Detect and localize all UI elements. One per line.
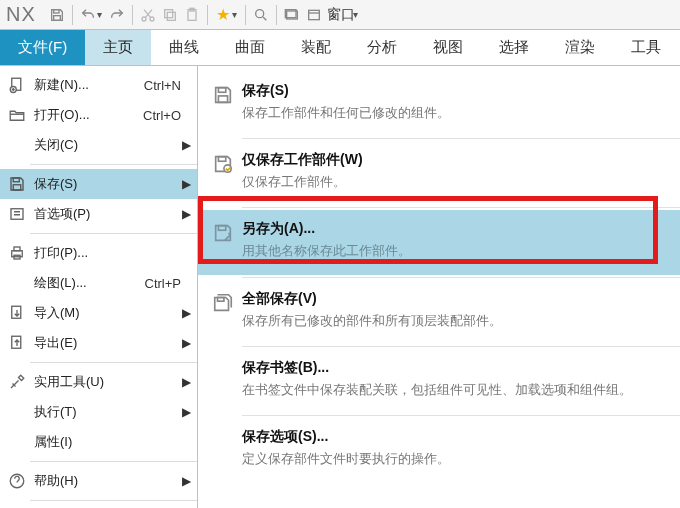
menu-label: 打印(P)... bbox=[34, 244, 88, 262]
new-icon bbox=[6, 74, 28, 96]
svg-rect-29 bbox=[218, 226, 225, 231]
window-label[interactable]: 窗口 bbox=[327, 6, 355, 24]
separator bbox=[30, 500, 197, 501]
favorite-dropdown[interactable]: ▾ bbox=[232, 9, 237, 20]
submenu-save-all[interactable]: 全部保存(V) 保存所有已修改的部件和所有顶层装配部件。 bbox=[198, 280, 680, 344]
favorite-icon[interactable]: ★ bbox=[212, 4, 234, 26]
separator bbox=[207, 5, 208, 25]
arrow-icon: ▶ bbox=[182, 306, 191, 320]
window-dropdown[interactable]: ▾ bbox=[353, 9, 358, 20]
submenu-save[interactable]: 保存(S) 保存工作部件和任何已修改的组件。 bbox=[198, 72, 680, 136]
menu-export[interactable]: 导出(E) ▶ bbox=[0, 328, 197, 358]
menu-close[interactable]: 关闭(C) ▶ bbox=[0, 130, 197, 160]
menu-label: 首选项(P) bbox=[34, 205, 90, 223]
separator bbox=[242, 415, 680, 416]
copy-icon[interactable] bbox=[159, 4, 181, 26]
save-icon[interactable] bbox=[46, 4, 68, 26]
menu-shortcut: Ctrl+O bbox=[143, 108, 189, 123]
arrow-icon: ▶ bbox=[182, 336, 191, 350]
separator bbox=[30, 461, 197, 462]
ribbon-tab-curve[interactable]: 曲线 bbox=[151, 30, 217, 65]
cut-icon[interactable] bbox=[137, 4, 159, 26]
menu-preferences[interactable]: 首选项(P) ▶ bbox=[0, 199, 197, 229]
blank-icon bbox=[208, 359, 238, 399]
menu-help[interactable]: 帮助(H) ▶ bbox=[0, 466, 197, 496]
undo-dropdown[interactable]: ▾ bbox=[97, 9, 102, 20]
paste-icon[interactable] bbox=[181, 4, 203, 26]
separator bbox=[242, 346, 680, 347]
menu-label: 属性(I) bbox=[34, 433, 72, 451]
menu-label: 导入(M) bbox=[34, 304, 80, 322]
arrow-icon: ▶ bbox=[182, 474, 191, 488]
search-icon[interactable] bbox=[250, 4, 272, 26]
arrow-icon: ▶ bbox=[182, 375, 191, 389]
tools-icon bbox=[6, 371, 28, 393]
window-icon-1[interactable] bbox=[281, 4, 303, 26]
menu-plot[interactable]: 绘图(L)... Ctrl+P bbox=[0, 268, 197, 298]
export-icon bbox=[6, 332, 28, 354]
svg-point-8 bbox=[255, 9, 263, 17]
menu-label: 打开(O)... bbox=[34, 106, 90, 124]
submenu-save-bookmark[interactable]: 保存书签(B)... 在书签文件中保存装配关联，包括组件可见性、加载选项和组件组… bbox=[198, 349, 680, 413]
menu-utilities[interactable]: 实用工具(U) ▶ bbox=[0, 367, 197, 397]
menu-shortcut: Ctrl+N bbox=[144, 78, 189, 93]
svg-rect-11 bbox=[308, 10, 319, 19]
blank-icon bbox=[208, 428, 238, 468]
ribbon-tab-view[interactable]: 视图 bbox=[415, 30, 481, 65]
menu-print[interactable]: 打印(P)... bbox=[0, 238, 197, 268]
arrow-icon: ▶ bbox=[182, 138, 191, 152]
menu-label: 关闭(C) bbox=[34, 136, 78, 154]
separator bbox=[242, 277, 680, 278]
svg-rect-30 bbox=[218, 297, 224, 301]
svg-rect-27 bbox=[218, 157, 225, 162]
menu-import[interactable]: 导入(M) ▶ bbox=[0, 298, 197, 328]
menu-open[interactable]: 打开(O)... Ctrl+O bbox=[0, 100, 197, 130]
arrow-icon: ▶ bbox=[182, 207, 191, 221]
separator bbox=[30, 164, 197, 165]
menu-execute[interactable]: 执行(T) ▶ bbox=[0, 397, 197, 427]
ribbon-tab-select[interactable]: 选择 bbox=[481, 30, 547, 65]
app-name: NX bbox=[0, 3, 46, 26]
svg-rect-5 bbox=[164, 9, 172, 17]
svg-rect-0 bbox=[53, 9, 58, 12]
svg-rect-19 bbox=[14, 247, 20, 251]
ribbon-tab-analysis[interactable]: 分析 bbox=[349, 30, 415, 65]
preferences-icon bbox=[6, 203, 28, 225]
submenu-save-options[interactable]: 保存选项(S)... 定义保存部件文件时要执行的操作。 bbox=[198, 418, 680, 482]
submenu-desc: 保存所有已修改的部件和所有顶层装配部件。 bbox=[242, 312, 666, 330]
blank-icon bbox=[6, 431, 28, 453]
ribbon-tab-file[interactable]: 文件(F) bbox=[0, 30, 85, 65]
ribbon-tab-assembly[interactable]: 装配 bbox=[283, 30, 349, 65]
separator bbox=[245, 5, 246, 25]
submenu-desc: 仅保存工作部件。 bbox=[242, 173, 666, 191]
redo-icon[interactable] bbox=[106, 4, 128, 26]
svg-rect-21 bbox=[12, 306, 21, 318]
menu-label: 执行(T) bbox=[34, 403, 77, 421]
undo-icon[interactable] bbox=[77, 4, 99, 26]
svg-rect-22 bbox=[12, 336, 21, 348]
save-all-icon bbox=[208, 290, 238, 330]
window-icon-2[interactable] bbox=[303, 4, 325, 26]
menu-label: 实用工具(U) bbox=[34, 373, 104, 391]
blank-icon bbox=[6, 272, 28, 294]
ribbon-tab-tools[interactable]: 工具 bbox=[613, 30, 679, 65]
ribbon-tab-surface[interactable]: 曲面 bbox=[217, 30, 283, 65]
save-as-icon bbox=[208, 220, 238, 260]
menu-new[interactable]: 新建(N)... Ctrl+N bbox=[0, 70, 197, 100]
title-bar: NX ▾ ★ ▾ 窗口 ▾ bbox=[0, 0, 680, 30]
menu-save[interactable]: 保存(S) ▶ bbox=[0, 169, 197, 199]
svg-rect-15 bbox=[13, 178, 19, 182]
submenu-save-as[interactable]: 另存为(A)... 用其他名称保存此工作部件。 bbox=[198, 210, 680, 274]
svg-rect-25 bbox=[218, 88, 225, 93]
menu-properties[interactable]: 属性(I) bbox=[0, 427, 197, 457]
ribbon-tab-render[interactable]: 渲染 bbox=[547, 30, 613, 65]
submenu-save-work[interactable]: 仅保存工作部件(W) 仅保存工作部件。 bbox=[198, 141, 680, 205]
separator bbox=[72, 5, 73, 25]
submenu-desc: 保存工作部件和任何已修改的组件。 bbox=[242, 104, 666, 122]
blank-icon bbox=[6, 134, 28, 156]
submenu-title: 保存书签(B)... bbox=[242, 359, 666, 377]
print-icon bbox=[6, 242, 28, 264]
ribbon-tab-home[interactable]: 主页 bbox=[85, 30, 151, 65]
menu-shortcut: Ctrl+P bbox=[145, 276, 189, 291]
submenu-desc: 用其他名称保存此工作部件。 bbox=[242, 242, 666, 260]
